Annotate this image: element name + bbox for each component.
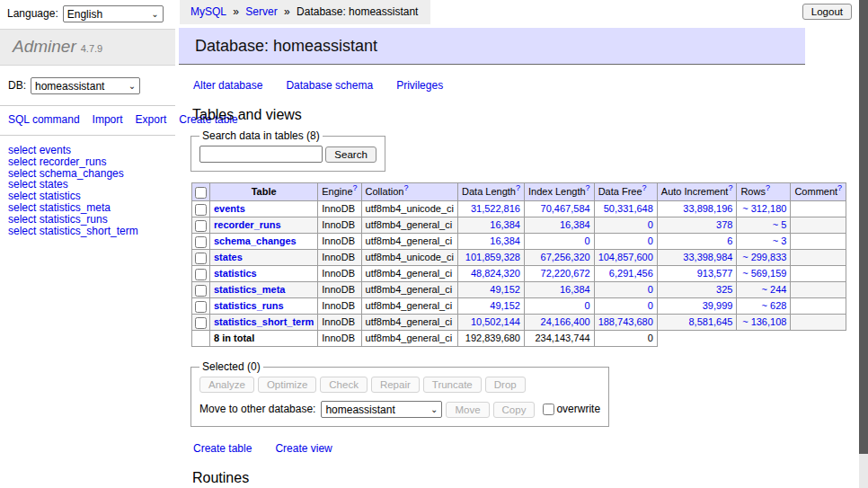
auto-increment-link[interactable]: 39,999: [703, 300, 733, 311]
overwrite-checkbox[interactable]: [543, 404, 554, 415]
table-name-link[interactable]: statistics: [214, 268, 257, 279]
table-name-link[interactable]: recorder_runs: [214, 219, 281, 230]
index-length-link[interactable]: 70,467,584: [541, 203, 590, 214]
row-checkbox[interactable]: [195, 220, 207, 232]
data-free-link[interactable]: 6,291,456: [609, 268, 653, 279]
database-nav-link[interactable]: Privileges: [396, 79, 443, 92]
auto-increment-cell: 8,581,645: [657, 315, 737, 331]
index-length-link[interactable]: 24,166,400: [541, 316, 590, 327]
sidebar-select-table-link[interactable]: select recorder_runs: [8, 156, 168, 168]
row-checkbox[interactable]: [195, 301, 207, 313]
data-free-link[interactable]: 104,857,600: [598, 252, 653, 262]
rows-count-link[interactable]: ~ 312,180: [742, 203, 786, 214]
rows-count-link[interactable]: ~ 244: [762, 284, 787, 295]
search-input[interactable]: [199, 146, 323, 163]
data-free-cell: 188,743,680: [594, 315, 657, 331]
sidebar-select-table-link[interactable]: select statistics_short_term: [8, 226, 168, 237]
vertical-scrollbar[interactable]: [859, 0, 868, 488]
auto-increment-link[interactable]: 33,898,196: [683, 203, 732, 214]
copy-button[interactable]: Copy: [493, 402, 536, 418]
row-checkbox[interactable]: [195, 236, 207, 248]
database-nav-link[interactable]: Alter database: [193, 79, 262, 92]
data-free-link[interactable]: 0: [648, 300, 653, 311]
data-free-link[interactable]: 0: [648, 235, 653, 246]
index-length-link[interactable]: 0: [585, 300, 590, 311]
index-length-link[interactable]: 16,384: [560, 284, 590, 295]
data-length-link[interactable]: 49,152: [490, 300, 520, 311]
db-select[interactable]: homeassistant⌄: [31, 77, 140, 94]
data-length-link[interactable]: 16,384: [490, 219, 520, 230]
sidebar-select-table-link[interactable]: select events: [8, 145, 168, 156]
index-length-link[interactable]: 67,256,320: [541, 252, 590, 262]
table-name-link[interactable]: states: [214, 252, 243, 262]
auto-increment-link[interactable]: 33,398,984: [683, 252, 732, 262]
auto-increment-link[interactable]: 378: [716, 219, 732, 230]
auto-increment-link[interactable]: 6: [727, 235, 732, 246]
column-help-link[interactable]: ?: [403, 184, 408, 193]
column-help-link[interactable]: ?: [728, 184, 732, 193]
data-length-link[interactable]: 10,502,144: [471, 316, 520, 327]
repair-button[interactable]: Repair: [371, 377, 420, 393]
optimize-button[interactable]: Optimize: [258, 377, 316, 393]
sidebar-select-table-link[interactable]: select statistics_meta: [8, 202, 168, 214]
database-nav-link[interactable]: Database schema: [286, 79, 373, 92]
sidebar-select-table-link[interactable]: select statistics_runs: [8, 214, 168, 226]
data-length-link[interactable]: 48,824,320: [471, 268, 520, 279]
index-length-link[interactable]: 72,220,672: [541, 268, 590, 279]
data-free-link[interactable]: 50,331,648: [604, 203, 653, 214]
column-help-link[interactable]: ?: [516, 184, 520, 193]
sidebar-action-link[interactable]: SQL command: [8, 113, 80, 126]
drop-button[interactable]: Drop: [485, 377, 526, 393]
table-name-link[interactable]: statistics_short_term: [214, 316, 314, 327]
rows-count-link[interactable]: ~ 5: [773, 219, 787, 230]
analyze-button[interactable]: Analyze: [199, 377, 254, 393]
rows-count-link[interactable]: ~ 136,108: [742, 316, 786, 327]
move-button[interactable]: Move: [446, 402, 489, 418]
index-length-link[interactable]: 16,384: [560, 219, 590, 230]
column-help-link[interactable]: ?: [586, 184, 590, 193]
table-name-link[interactable]: events: [214, 203, 245, 214]
table-name-link[interactable]: statistics_meta: [214, 284, 286, 295]
sidebar-action-link[interactable]: Import: [93, 113, 123, 126]
column-help-link[interactable]: ?: [642, 184, 647, 193]
column-help-link[interactable]: ?: [837, 184, 842, 193]
table-name-link[interactable]: statistics_runs: [214, 300, 284, 311]
rows-count-link[interactable]: ~ 628: [762, 300, 787, 311]
create-view-link[interactable]: Create view: [275, 442, 332, 455]
data-free-link[interactable]: 0: [648, 284, 653, 295]
column-help-link[interactable]: ?: [353, 184, 358, 193]
language-select[interactable]: English⌄: [63, 5, 164, 22]
data-length-link[interactable]: 31,522,816: [471, 203, 520, 214]
data-length-link[interactable]: 16,384: [490, 235, 520, 246]
column-help-link[interactable]: ?: [766, 184, 770, 193]
auto-increment-link[interactable]: 8,581,645: [688, 316, 732, 327]
data-free-link[interactable]: 188,743,680: [598, 316, 653, 327]
sidebar-action-link[interactable]: Export: [136, 113, 167, 126]
logout-button[interactable]: Logout: [802, 4, 852, 20]
data-length-link[interactable]: 49,152: [490, 284, 520, 295]
index-length-link[interactable]: 0: [585, 235, 590, 246]
breadcrumb-link[interactable]: MySQL: [190, 5, 226, 18]
scrollbar-thumb[interactable]: [859, 0, 868, 454]
rows-count-cell: ~ 244: [737, 282, 791, 298]
row-checkbox[interactable]: [195, 285, 207, 297]
row-checkbox[interactable]: [195, 204, 207, 216]
rows-count-link[interactable]: ~ 3: [773, 235, 787, 246]
breadcrumb-link[interactable]: Server: [245, 5, 277, 18]
row-checkbox[interactable]: [195, 269, 207, 280]
row-checkbox[interactable]: [195, 253, 207, 264]
check-button[interactable]: Check: [320, 377, 368, 393]
data-free-link[interactable]: 0: [648, 219, 653, 230]
move-db-select[interactable]: homeassistant⌄: [321, 401, 442, 418]
search-button[interactable]: Search: [325, 146, 376, 163]
truncate-button[interactable]: Truncate: [423, 377, 482, 393]
row-checkbox[interactable]: [195, 317, 207, 329]
auto-increment-link[interactable]: 913,577: [697, 268, 733, 279]
data-length-link[interactable]: 101,859,328: [465, 252, 520, 262]
select-all-checkbox[interactable]: [195, 187, 207, 199]
create-table-link[interactable]: Create table: [193, 442, 252, 455]
rows-count-link[interactable]: ~ 299,833: [742, 252, 786, 262]
table-name-link[interactable]: schema_changes: [214, 235, 297, 246]
rows-count-link[interactable]: ~ 569,159: [742, 268, 786, 279]
auto-increment-link[interactable]: 325: [716, 284, 732, 295]
